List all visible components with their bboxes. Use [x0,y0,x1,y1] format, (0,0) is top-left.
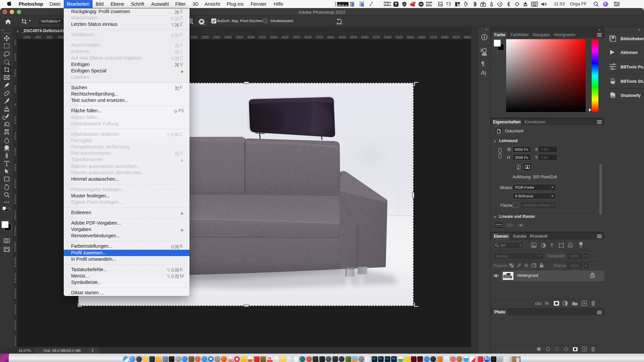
svg-text:1: 1 [414,2,415,4]
svg-text:M: M [350,5,351,7]
svg-text:U: U [335,5,336,7]
svg-text:D: D [360,5,361,7]
